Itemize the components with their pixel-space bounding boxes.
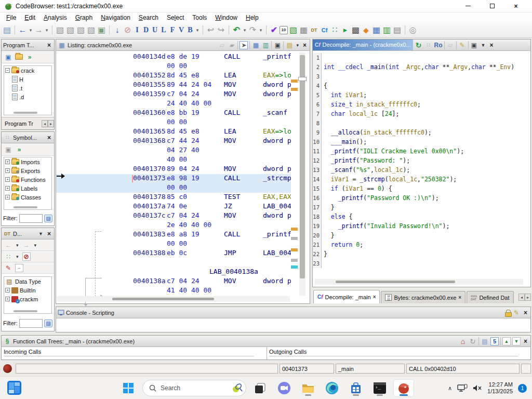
go-to-button[interactable]: ↓ [112, 25, 122, 36]
tab-data[interactable]: 0101DATDefined Dat [467, 291, 513, 303]
filter-options-icon[interactable]: ▨ [44, 215, 52, 222]
undo-button[interactable]: ↶ [232, 25, 242, 36]
listing-row[interactable]: 00401368c7 44 24MOVdword pt [56, 137, 291, 146]
program-trees-close-icon[interactable]: × [46, 42, 52, 49]
symbol-tree-item-exports[interactable]: +Exports [4, 166, 51, 175]
tree-item-section[interactable]: H [4, 75, 51, 84]
tree-item-section[interactable]: .t [4, 84, 51, 92]
start-button[interactable] [118, 380, 138, 396]
copy-icon[interactable]: ▱ [218, 41, 226, 49]
letter-f-button[interactable]: F [168, 25, 177, 36]
code-line[interactable]: 21 return 0; [313, 240, 530, 249]
expand-icon[interactable]: + [5, 168, 10, 173]
expand-icon[interactable]: + [5, 186, 10, 191]
tab-decompile[interactable]: CfDecompile: _main× [313, 290, 380, 303]
code-line[interactable]: 16 _printf("Password OK :)\n"); [313, 193, 530, 203]
listing-row[interactable]: 00 00 [56, 62, 291, 71]
h-scroll-thumb[interactable] [14, 310, 37, 312]
listing-row[interactable]: 00401359c7 04 24MOVdword pt [56, 90, 291, 99]
letter-u-button[interactable]: U [151, 25, 159, 36]
snapshot-button[interactable]: ▣ [97, 25, 107, 36]
expand-icon[interactable]: + [5, 195, 10, 200]
back-dropdown[interactable]: ▾ [28, 25, 33, 36]
tab-close-icon[interactable]: × [373, 294, 376, 300]
scroll-lock-icon[interactable] [505, 310, 511, 316]
console-close-icon[interactable]: × [522, 309, 529, 316]
menu-item-window[interactable]: Window [211, 13, 242, 22]
incoming-calls-pane[interactable]: Incoming Calls [2, 347, 267, 360]
code-line[interactable]: 3 [313, 72, 530, 81]
code-line[interactable]: 20 } [313, 231, 530, 240]
expand-icon[interactable]: + [5, 159, 10, 164]
refresh-icon[interactable]: ↻ [469, 337, 477, 345]
filter-outgoing-icon[interactable]: ▼ [512, 337, 521, 345]
code-line[interactable]: 15 if (iVar1 == 0) { [313, 184, 530, 193]
letter-v-button[interactable]: V [177, 25, 185, 36]
save-button[interactable]: ▤ [2, 25, 12, 36]
edge-browser-icon[interactable] [322, 380, 342, 396]
menu-item-help[interactable]: Help [242, 13, 263, 22]
data-type-manager-button[interactable]: DT [309, 25, 319, 36]
code-line[interactable]: 18 else { [313, 212, 530, 221]
code-line[interactable]: 6 size_t in_stack_ffffffc0; [313, 100, 530, 109]
code-line[interactable]: 2int __cdecl _main(int _Argc,char **_Arg… [313, 62, 530, 72]
letter-dropdown[interactable]: ▾ [195, 25, 200, 36]
code-line[interactable]: 19 _printf("Invalid Password!\n"); [313, 221, 530, 231]
listing-row[interactable] [56, 258, 291, 268]
maximize-button[interactable] [480, 0, 504, 12]
tree-item-program-root[interactable]: − crack [4, 66, 51, 75]
letter-i-button[interactable]: I [133, 25, 141, 36]
redo-dropdown[interactable]: ▾ [258, 25, 263, 36]
symbol-tree-close-icon[interactable]: × [46, 134, 52, 141]
tray-expand-icon[interactable]: ∧ [448, 385, 452, 392]
decompile-hscroll-thumb[interactable] [336, 281, 455, 283]
menu-item-edit[interactable]: Edit [20, 13, 39, 22]
clear-code-button[interactable]: ▧ [55, 25, 65, 36]
listing-hscroll-thumb[interactable] [112, 298, 214, 300]
jump-out-button[interactable]: ↪ [216, 25, 226, 36]
listing-row[interactable]: LAB_0040138a [56, 268, 291, 277]
listing-close-icon[interactable]: × [301, 42, 308, 49]
code-line[interactable]: 1 [313, 53, 530, 62]
listing-row[interactable]: 0040137885 c0TESTEAX,EAX [56, 193, 291, 202]
undo-dropdown[interactable]: ▾ [242, 25, 247, 36]
toggle-margin-icon[interactable]: ▤ [285, 41, 294, 49]
listing-row[interactable]: 41 40 40 00 [56, 286, 291, 296]
clear-flow-button[interactable]: ▧ [65, 25, 75, 36]
menu-item-tools[interactable]: Tools [188, 13, 211, 22]
clock[interactable]: 12:27 AM 1/13/2025 [487, 381, 513, 395]
run-script-button[interactable]: ► [340, 25, 350, 36]
listing-row[interactable]: 0040137a74 0eJZLAB_0040 [56, 202, 291, 211]
decompiler-button[interactable]: Cf [320, 25, 329, 36]
menu-item-navigation[interactable]: Navigation [97, 13, 135, 22]
chat-icon[interactable] [274, 380, 294, 396]
listing-row[interactable]: 0040135589 44 24 04MOVdword pt [56, 81, 291, 90]
edit-icon[interactable]: ✎ [512, 309, 521, 317]
letter-l-button[interactable]: L [159, 25, 168, 36]
world-button[interactable]: ◎ [408, 25, 418, 36]
overview-slider[interactable] [298, 77, 307, 81]
symbol-tree-item-functions[interactable]: +Functions [4, 175, 51, 184]
symbol-filter-input[interactable] [19, 214, 43, 223]
forward-dropdown[interactable]: ▾ [44, 25, 49, 36]
new-tree-icon[interactable]: ▣ [4, 53, 12, 61]
filter-pointers-icon[interactable]: ✎ [4, 264, 12, 272]
menu-item-search[interactable]: Search [135, 13, 163, 22]
copy-icon[interactable]: ▱ [446, 41, 455, 49]
listing-row[interactable]: 00401388eb 0cJMPLAB_0040 [56, 249, 291, 258]
minimize-button[interactable] [456, 0, 480, 12]
tab-scroll-right-icon[interactable]: ▸ [48, 120, 54, 127]
code-line[interactable]: 11 _printf("IOLI Crackme Level 0x00\n"); [313, 147, 530, 156]
panel-menu-icon[interactable]: ▼ [37, 231, 44, 236]
listing-row[interactable]: 00401360e8 bb 19CALL_scanf [56, 109, 291, 118]
code-line[interactable]: 22} [313, 249, 530, 259]
collapse-all-icon[interactable]: − [15, 264, 23, 272]
expand-icon[interactable]: + [5, 297, 10, 301]
volume-muted-icon[interactable] [473, 384, 482, 392]
menu-item-file[interactable]: File [2, 13, 20, 22]
listing-row[interactable]: 0040137089 04 24MOVdword pt [56, 165, 291, 174]
decompile-hscrollbar[interactable] [315, 279, 523, 285]
open-folder-icon[interactable] [15, 54, 23, 60]
listing-row[interactable]: 00401373e8 98 19CALL_strcmp [56, 174, 291, 183]
listing-row[interactable]: 004013528d 45 e8LEAEAX=>loc [56, 71, 291, 81]
